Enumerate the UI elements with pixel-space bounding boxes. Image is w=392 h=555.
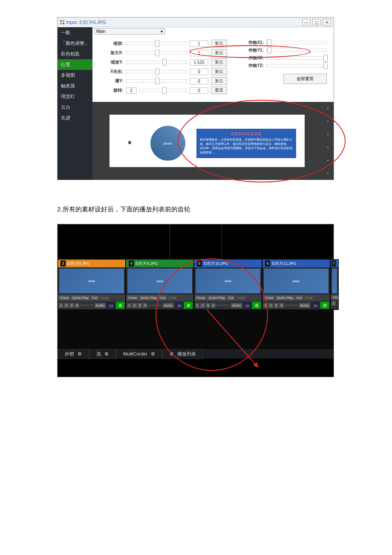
preview-scroll[interactable] bbox=[322, 102, 334, 180]
preview-canvas[interactable]: 管式研究所获奖名单 photo 权智和科技发展奖 权智管理建设，公司研究所加强，… bbox=[101, 110, 313, 171]
minimize-button[interactable]: — bbox=[302, 19, 311, 26]
panx-slider[interactable] bbox=[126, 70, 187, 73]
program-box[interactable] bbox=[222, 224, 334, 259]
reset-all-button[interactable]: 全部重置 bbox=[283, 74, 327, 84]
slide-heading: 权智和科技发展奖 bbox=[200, 131, 293, 137]
quickplay-button[interactable]: Quick Play bbox=[71, 295, 89, 300]
panx-reset-button[interactable]: 复位 bbox=[211, 68, 227, 75]
rotate-row: 旋转: Z 0 重置 bbox=[104, 87, 227, 94]
cropx2-slider[interactable] bbox=[266, 56, 327, 60]
input-thumb[interactable]: slide bbox=[195, 268, 261, 294]
title-bar: Input: 幻灯片6.JPG — ◻ ✕ bbox=[58, 17, 334, 27]
rotate-slider[interactable] bbox=[139, 89, 187, 92]
cropy2-slider[interactable] bbox=[266, 64, 327, 67]
preview-box[interactable] bbox=[58, 224, 170, 259]
close-button[interactable]: Close bbox=[59, 295, 70, 300]
gear-icon[interactable] bbox=[170, 351, 174, 357]
tab-playlist[interactable]: 播放列表 bbox=[162, 349, 203, 359]
sidebar-item-ptz[interactable]: 云台 bbox=[58, 102, 92, 113]
loop-button[interactable]: Loop bbox=[99, 295, 110, 300]
loop-button[interactable]: Loop bbox=[304, 295, 314, 300]
input-thumb[interactable]: slide bbox=[59, 268, 124, 294]
inputs-row: 3幻灯片8.JPG slide Close Quick Play Cut Loo… bbox=[58, 259, 334, 310]
gear-icon[interactable]: ⚙ bbox=[320, 302, 329, 309]
quickplay-button[interactable]: Quick Play bbox=[207, 295, 226, 300]
tab-multicorder[interactable]: MultiCorder bbox=[116, 350, 162, 358]
sidebar-item-trigger[interactable]: 触发器 bbox=[58, 81, 92, 91]
rotate-reset-button[interactable]: 重置 bbox=[211, 87, 227, 94]
tab-external[interactable]: 外部 bbox=[58, 349, 89, 359]
rotate-value[interactable]: 0 bbox=[190, 87, 208, 94]
loop-button[interactable]: Loop bbox=[236, 295, 246, 300]
cut-button[interactable]: Cut bbox=[159, 295, 167, 300]
zoom-value[interactable]: 1 bbox=[190, 40, 208, 47]
empty-inputs-area bbox=[58, 310, 334, 349]
close-button[interactable]: Close bbox=[127, 295, 138, 300]
sidebar-item-color-adjust[interactable]: 「颜色调整」 bbox=[58, 38, 92, 49]
zoomx-reset-button[interactable]: 复位 bbox=[211, 49, 227, 57]
zoomy-reset-button[interactable]: 复位 bbox=[211, 58, 227, 66]
bottom-tab-bar: 外部 流 MultiCorder 播放列表 bbox=[58, 349, 334, 358]
maximize-button[interactable]: ◻ bbox=[312, 19, 321, 26]
gear-icon[interactable]: ⚙ bbox=[116, 302, 124, 309]
input-tile-6[interactable]: 6幻灯片11.JPG slide Close Quick Play Cut Lo… bbox=[262, 259, 330, 310]
transition-box[interactable] bbox=[170, 224, 222, 259]
sidebar-item-tally[interactable]: 理货灯 bbox=[58, 91, 92, 102]
pany-value[interactable]: 0 bbox=[190, 78, 208, 84]
close-button[interactable]: Close bbox=[263, 295, 274, 300]
zoomx-value[interactable]: 1 bbox=[190, 50, 208, 56]
overlay-2[interactable]: 2 bbox=[64, 303, 68, 308]
sidebar-item-position[interactable]: 位置 bbox=[58, 59, 92, 70]
zoom-slider[interactable] bbox=[126, 42, 187, 45]
input-tile-4[interactable]: 4幻灯片9.JPG slide Close Quick Play Cut Loo… bbox=[126, 259, 194, 310]
gear-icon[interactable] bbox=[104, 351, 109, 357]
quickplay-button[interactable]: Quick Play bbox=[139, 295, 158, 300]
input-thumb[interactable]: slide bbox=[263, 268, 329, 294]
zoomx-slider[interactable] bbox=[126, 51, 187, 55]
tab-stream[interactable]: 流 bbox=[89, 349, 116, 359]
cut-button[interactable]: Cut bbox=[227, 295, 235, 300]
overlay-3[interactable]: 3 bbox=[69, 303, 74, 308]
monitor-icon[interactable]: ▭ bbox=[243, 302, 251, 309]
sidebar-item-general[interactable]: 一般 bbox=[58, 27, 92, 38]
input-tile-3[interactable]: 3幻灯片8.JPG slide Close Quick Play Cut Loo… bbox=[58, 259, 126, 310]
zoom-reset-button[interactable]: 复位 bbox=[211, 40, 227, 47]
sidebar-item-color-key[interactable]: 彩色钥匙 bbox=[58, 49, 92, 59]
slide-body: 权智管理建设，公司研究所加强，开创研究团结和达成上寻核心团队小组，领导公共管理工… bbox=[200, 138, 293, 155]
cut-button[interactable]: Cut bbox=[91, 295, 98, 300]
close-button[interactable]: ✕ bbox=[323, 19, 331, 26]
zoomy-value[interactable]: 1.525 bbox=[190, 59, 208, 66]
rotate-axis[interactable]: Z bbox=[126, 87, 137, 94]
pany-slider[interactable] bbox=[126, 79, 187, 83]
audio-button[interactable]: Audio bbox=[95, 303, 106, 308]
cropy1-slider[interactable] bbox=[266, 49, 327, 52]
input-settings-window: Input: 幻灯片6.JPG — ◻ ✕ 一般 「颜色调整」 彩色钥匙 位置 … bbox=[57, 17, 334, 180]
zoom-row: 缩放: 1 复位 bbox=[104, 40, 227, 47]
monitor-icon[interactable]: ▭ bbox=[107, 302, 115, 309]
monitor-icon[interactable]: ▭ bbox=[175, 302, 183, 309]
gear-icon[interactable]: ⚙ bbox=[252, 302, 261, 309]
sidebar-item-advanced[interactable]: 先进 bbox=[58, 113, 92, 123]
quickplay-button[interactable]: Quick Play bbox=[275, 295, 294, 300]
slide-photo: photo bbox=[150, 126, 185, 161]
cropx1-slider[interactable] bbox=[266, 41, 327, 44]
loop-button[interactable]: Loop bbox=[167, 295, 178, 300]
app-icon bbox=[60, 20, 64, 24]
cut-button[interactable]: Cut bbox=[295, 295, 303, 300]
gear-icon[interactable]: ⚙ bbox=[184, 302, 193, 309]
zoomy-slider[interactable] bbox=[126, 61, 187, 64]
input-tile-7-partial[interactable]: 7 Close 1 bbox=[330, 259, 339, 310]
sidebar-item-multiview[interactable]: 多视图 bbox=[58, 70, 92, 81]
input-thumb[interactable] bbox=[331, 268, 337, 294]
input-tile-5[interactable]: 5幻灯片10.JPG slide Close Quick Play Cut Lo… bbox=[194, 259, 262, 310]
close-button[interactable]: Close bbox=[195, 295, 206, 300]
gear-icon[interactable] bbox=[78, 351, 82, 357]
gear-icon[interactable] bbox=[151, 351, 155, 357]
overlay-4[interactable]: 4 bbox=[75, 303, 79, 308]
panx-value[interactable]: 0 bbox=[190, 69, 208, 75]
monitor-icon[interactable]: ▭ bbox=[311, 302, 320, 309]
input-thumb[interactable]: slide bbox=[127, 268, 193, 294]
pany-reset-button[interactable]: 复位 bbox=[211, 77, 227, 85]
overlay-1[interactable]: 1 bbox=[59, 303, 63, 308]
layer-select[interactable]: Main ▾ bbox=[94, 28, 165, 35]
